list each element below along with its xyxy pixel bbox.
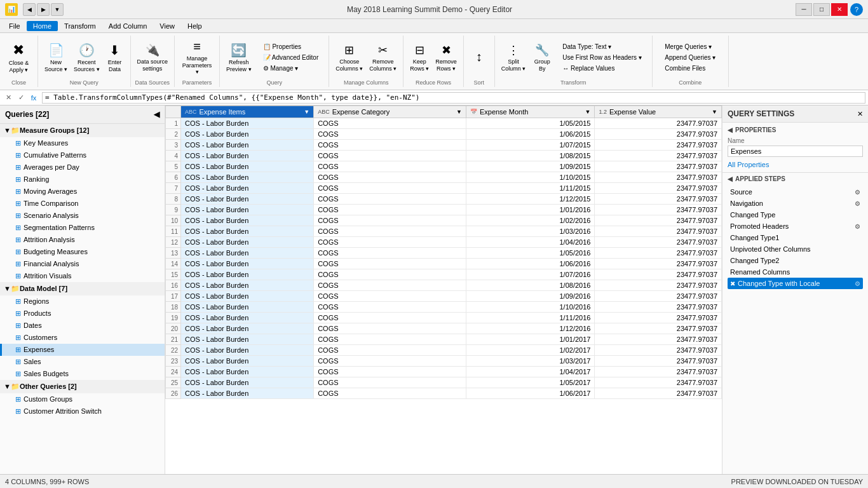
applied-step-item[interactable]: ✖ Changed Type with Locale⚙ [728,278,863,289]
formula-input[interactable] [42,92,865,104]
manage-params-btn[interactable]: ≡ ManageParameters ▾ [179,37,215,78]
properties-btn[interactable]: 📋 Properties [259,42,323,51]
sidebar-item-cumulative-patterns[interactable]: ⊞ Cumulative Patterns [0,149,165,161]
cell-expense-month: 1/08/2015 [466,151,595,161]
menu-transform[interactable]: Transform [58,21,102,31]
sidebar-item-sales[interactable]: ⊞ Sales [0,356,165,368]
advanced-editor-btn[interactable]: 📝 Advanced Editor [259,53,323,62]
enter-data-btn[interactable]: ⬇ EnterData [104,37,126,78]
col-header-expense-items[interactable]: ABC Expense Items ▼ [181,106,314,118]
data-type-btn[interactable]: Data Type: Text ▾ [559,42,645,51]
formula-cancel-btn[interactable]: ✕ [3,92,14,104]
formula-fx-btn[interactable]: fx [28,92,39,104]
applied-step-item[interactable]: Navigation⚙ [728,198,863,209]
sidebar-scroll[interactable]: ▼ 📁 Measure Groups [12] ⊞ Key Measures ⊞… [0,124,165,474]
recent-sources-btn[interactable]: 🕐 RecentSources ▾ [71,37,102,78]
expense-value-filter-icon[interactable]: ▼ [712,109,717,115]
window-controls[interactable]: ─ □ ✕ [796,3,848,16]
step-gear-icon[interactable]: ⚙ [855,223,860,230]
maximize-btn[interactable]: □ [813,3,830,16]
sidebar-item-expenses[interactable]: ⊞ Expenses [0,344,165,356]
sidebar-item-dates[interactable]: ⊞ Dates [0,320,165,332]
merge-queries-btn[interactable]: Merge Queries ▾ [661,42,719,51]
sidebar-item-regions[interactable]: ⊞ Regions [0,295,165,308]
sidebar-item-segmentation-patterns[interactable]: ⊞ Segmentation Patterns [0,222,165,234]
applied-step-item[interactable]: Changed Type [728,209,863,220]
all-properties-link[interactable]: All Properties [728,161,769,168]
close-btn[interactable]: ✕ [831,3,848,16]
expense-month-filter-icon[interactable]: ▼ [585,109,591,115]
step-gear-icon[interactable]: ⚙ [855,280,860,287]
collapse-btn[interactable]: ◀ [154,110,159,119]
sidebar-item-moving-averages[interactable]: ⊞ Moving Averages [0,186,165,198]
cell-expense-month: 1/05/2016 [466,248,595,259]
expense-items-filter-icon[interactable]: ▼ [304,109,309,115]
remove-rows-btn[interactable]: ✖ RemoveRows ▾ [433,37,459,78]
applied-step-item[interactable]: Renamed Columns [728,266,863,278]
col-header-expense-month[interactable]: 📅 Expense Month ▼ [466,106,595,118]
cell-expense-items: COS - Labor Burden [181,356,314,367]
expense-category-filter-icon[interactable]: ▼ [456,109,462,115]
cell-expense-value: 23477.97037 [595,280,722,291]
applied-step-item[interactable]: Promoted Headers⚙ [728,220,863,232]
menu-home[interactable]: Home [27,21,58,31]
data-source-settings-btn[interactable]: 🔌 Data sourcesettings [135,37,171,78]
split-column-btn[interactable]: ⋮ SplitColumn ▾ [499,37,529,78]
query-settings-close-btn[interactable]: ✕ [857,110,863,118]
step-gear-icon[interactable]: ⚙ [855,200,860,207]
sidebar-item-customers[interactable]: ⊞ Customers [0,332,165,344]
dropdown-btn[interactable]: ▼ [51,3,64,16]
sidebar-item-time-comparison[interactable]: ⊞ Time Comparison [0,198,165,210]
table-container[interactable]: ABC Expense Items ▼ ABC Expense Category… [165,105,722,474]
new-source-btn[interactable]: 📄 NewSource ▾ [42,37,70,78]
group-by-btn[interactable]: 🔧 GroupBy [531,37,553,78]
combine-files-btn[interactable]: Combine Files [661,64,719,73]
name-input[interactable] [728,146,863,157]
combine-btns-vertical: Merge Queries ▾ Append Queries ▾ Combine… [658,41,722,74]
applied-step-item[interactable]: Changed Type1 [728,232,863,243]
menu-add-column[interactable]: Add Column [102,21,154,31]
forward-btn[interactable]: ▶ [37,3,50,16]
title-bar-controls[interactable]: 📊 ◀ ▶ ▼ [5,3,64,16]
sidebar-item-attrition-visuals[interactable]: ⊞ Attrition Visuals [0,270,165,282]
back-btn[interactable]: ◀ [23,3,36,16]
choose-columns-btn[interactable]: ⊞ ChooseColumns ▾ [333,37,365,78]
menu-file[interactable]: File [3,21,27,31]
sidebar-item-scenario-analysis[interactable]: ⊞ Scenario Analysis [0,210,165,222]
applied-step-item[interactable]: Source⚙ [728,186,863,198]
minimize-btn[interactable]: ─ [796,3,812,16]
sidebar-item-custom-groups[interactable]: ⊞ Custom Groups [0,393,165,405]
replace-values-btn[interactable]: ↔ Replace Values [559,64,645,73]
menu-view[interactable]: View [153,21,181,31]
other-queries-label: Other Queries [2] [20,383,77,390]
sidebar-item-financial-analysis[interactable]: ⊞ Financial Analysis [0,258,165,270]
col-header-expense-category[interactable]: ABC Expense Category ▼ [314,106,466,118]
sidebar-item-sales-budgets[interactable]: ⊞ Sales Budgets [0,368,165,380]
keep-rows-btn[interactable]: ⊟ KeepRows ▾ [407,37,431,78]
applied-step-item[interactable]: Changed Type2 [728,255,863,266]
sidebar-item-attrition-analysis[interactable]: ⊞ Attrition Analysis [0,234,165,246]
sidebar-item-products[interactable]: ⊞ Products [0,308,165,320]
remove-columns-btn[interactable]: ✂ RemoveColumns ▾ [367,37,399,78]
step-gear-icon[interactable]: ⚙ [855,189,860,196]
applied-step-item[interactable]: Unpivoted Other Columns [728,243,863,255]
sidebar-item-ranking[interactable]: ⊞ Ranking [0,173,165,186]
sort-btn[interactable]: ↕ [468,37,491,78]
use-first-row-btn[interactable]: Use First Row as Headers ▾ [559,53,645,62]
sidebar-item-budgeting-measures[interactable]: ⊞ Budgeting Measures [0,246,165,258]
menu-help[interactable]: Help [181,21,208,31]
sidebar-item-customer-attrition-switch[interactable]: ⊞ Customer Attrition Switch [0,405,165,417]
refresh-preview-btn[interactable]: 🔄 RefreshPreview ▾ [224,37,254,78]
close-apply-btn[interactable]: ✖ Close &Apply ▾ [6,37,32,78]
sidebar-item-averages-per-day[interactable]: ⊞ Averages per Day [0,161,165,173]
help-btn[interactable]: ? [850,3,863,16]
sidebar-group-header-data-model[interactable]: ▼ 📁 Data Model [7] [0,282,165,295]
sidebar-group-header-other-queries[interactable]: ▼ 📁 Other Queries [2] [0,380,165,393]
sidebar-item-key-measures[interactable]: ⊞ Key Measures [0,137,165,149]
col-header-expense-value[interactable]: 1.2 Expense Value ▼ [595,106,722,118]
sidebar-group-header-measure-groups[interactable]: ▼ 📁 Measure Groups [12] [0,124,165,137]
formula-confirm-btn[interactable]: ✓ [15,92,27,104]
budgeting-measures-icon: ⊞ [15,248,21,256]
manage-btn[interactable]: ⚙ Manage ▾ [259,64,323,73]
append-queries-btn[interactable]: Append Queries ▾ [661,53,719,62]
